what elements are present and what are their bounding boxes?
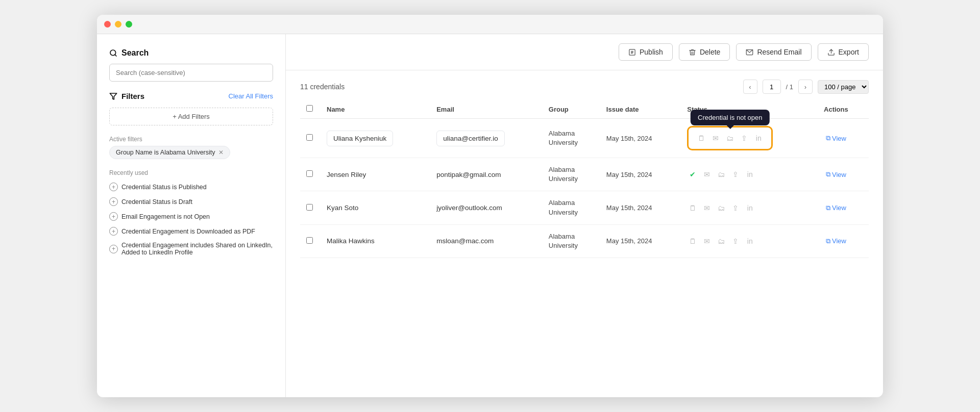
- status-cell: 🗒 ✉ 🗂 ⇪ in: [681, 224, 818, 258]
- table-row: Kyan Soto jyoliver@outlook.com AlabamaUn…: [300, 191, 869, 224]
- publish-button[interactable]: Publish: [619, 43, 673, 61]
- name-cell: Kyan Soto: [321, 191, 430, 224]
- share-icon[interactable]: ⇪: [730, 169, 741, 180]
- page-input[interactable]: [763, 80, 781, 94]
- copy-icon[interactable]: 🗂: [716, 202, 727, 214]
- export-button[interactable]: Export: [818, 43, 869, 61]
- credential-icon[interactable]: 🗒: [687, 236, 698, 247]
- row-checkbox-cell: [300, 119, 321, 158]
- email-cell: pontipak@gmail.com: [430, 158, 543, 191]
- add-filter-icon: +: [109, 227, 118, 236]
- issue-date-cell: May 15th, 2024: [600, 224, 681, 258]
- svg-marker-2: [110, 93, 116, 99]
- copy-icon[interactable]: 🗂: [724, 133, 736, 144]
- view-link[interactable]: ⧉ View: [826, 237, 863, 245]
- status-icons: 🗒 ✉ 🗂 ⇪ in: [687, 202, 812, 214]
- next-page-button[interactable]: ›: [798, 80, 813, 94]
- view-link[interactable]: ⧉ View: [826, 134, 863, 142]
- clear-all-filters-button[interactable]: Clear All Filters: [229, 92, 273, 100]
- search-title: Search: [109, 48, 273, 58]
- credential-icon[interactable]: 🗒: [687, 202, 698, 214]
- row-checkbox[interactable]: [306, 170, 313, 177]
- group-value: AlabamaUniversity: [549, 232, 594, 250]
- email-cell: msloan@mac.com: [430, 224, 543, 258]
- title-bar: [97, 15, 883, 34]
- select-all-checkbox[interactable]: [306, 105, 313, 112]
- status-icons: 🗒 ✉ 🗂 ⇪ in: [696, 133, 764, 144]
- group-value: AlabamaUniversity: [549, 198, 594, 217]
- email-value: uliana@certifier.io: [436, 131, 505, 146]
- close-dot[interactable]: [104, 21, 111, 28]
- recent-filter-item[interactable]: + Credential Engagement is Downloaded as…: [109, 224, 273, 239]
- issue-date-cell: May 15th, 2024: [600, 158, 681, 191]
- email-column-header: Email: [430, 100, 543, 119]
- copy-icon[interactable]: 🗂: [716, 236, 727, 247]
- name-value: Malika Hawkins: [327, 237, 375, 245]
- status-highlight: Credential is not open 🗒 ✉ 🗂 ⇪ in: [687, 126, 773, 150]
- pagination-controls: ‹ / 1 › 100 / page: [743, 80, 869, 94]
- email-value: msloan@mac.com: [436, 237, 494, 245]
- search-input[interactable]: [109, 64, 273, 82]
- row-checkbox[interactable]: [306, 134, 313, 141]
- name-value: Uliana Kysheniuk: [327, 131, 393, 146]
- maximize-dot[interactable]: [126, 21, 132, 28]
- share-icon[interactable]: ⇪: [730, 202, 741, 214]
- recent-filter-item[interactable]: + Credential Status is Published: [109, 179, 273, 194]
- recent-filter-item[interactable]: + Email Engagement is not Open: [109, 209, 273, 224]
- credential-icon[interactable]: ✔: [687, 169, 698, 180]
- name-value: Kyan Soto: [327, 204, 358, 212]
- recent-filter-item[interactable]: + Credential Engagement includes Shared …: [109, 239, 273, 259]
- add-filters-button[interactable]: + Add Filters: [109, 108, 273, 125]
- filters-section: Filters Clear All Filters + Add Filters: [109, 92, 273, 125]
- svg-line-1: [115, 55, 116, 56]
- page-size-select[interactable]: 100 / page: [818, 80, 869, 94]
- recent-filter-item[interactable]: + Credential Status is Draft: [109, 194, 273, 209]
- credential-icon[interactable]: 🗒: [696, 133, 707, 144]
- filters-header: Filters Clear All Filters: [109, 92, 273, 100]
- add-filter-icon: +: [109, 183, 118, 191]
- prev-page-button[interactable]: ‹: [743, 80, 757, 94]
- email-value: jyoliver@outlook.com: [436, 204, 502, 212]
- actions-column-header: Actions: [818, 100, 869, 119]
- share-icon[interactable]: ⇪: [739, 133, 750, 144]
- issue-date-cell: May 15th, 2024: [600, 119, 681, 158]
- email-cell: uliana@certifier.io: [430, 119, 543, 158]
- view-link[interactable]: ⧉ View: [826, 170, 863, 178]
- actions-cell: ⧉ View: [818, 158, 869, 191]
- linkedin-icon[interactable]: in: [744, 169, 755, 180]
- name-cell: Jensen Riley: [321, 158, 430, 191]
- name-value: Jensen Riley: [327, 171, 366, 178]
- row-checkbox[interactable]: [306, 237, 313, 244]
- date-value: May 15th, 2024: [606, 204, 652, 212]
- email-action-icon[interactable]: ✉: [701, 169, 713, 180]
- view-link[interactable]: ⧉ View: [826, 204, 863, 212]
- delete-button[interactable]: Delete: [679, 43, 730, 61]
- status-cell-highlighted: Credential is not open 🗒 ✉ 🗂 ⇪ in: [681, 119, 818, 158]
- status-cell: ✔ ✉ 🗂 ⇪ in: [681, 158, 818, 191]
- share-icon[interactable]: ⇪: [730, 236, 741, 247]
- table-header-row: 11 credentials ‹ / 1 › 100 / page: [300, 70, 869, 100]
- linkedin-icon[interactable]: in: [753, 133, 764, 144]
- search-icon: [109, 49, 117, 57]
- copy-icon[interactable]: 🗂: [716, 169, 727, 180]
- email-icon: [746, 48, 753, 56]
- active-filter-tag[interactable]: Group Name is Alabama University ✕: [109, 146, 230, 159]
- group-value: AlabamaUniversity: [549, 129, 594, 147]
- minimize-dot[interactable]: [115, 21, 121, 28]
- app-window: Search Filters Clear All Filters + Add F…: [97, 15, 883, 397]
- linkedin-icon[interactable]: in: [744, 202, 755, 214]
- email-cell: jyoliver@outlook.com: [430, 191, 543, 224]
- row-checkbox[interactable]: [306, 204, 313, 211]
- table-row: Uliana Kysheniuk uliana@certifier.io Ala…: [300, 119, 869, 158]
- email-action-icon[interactable]: ✉: [701, 202, 713, 214]
- row-checkbox-cell: [300, 224, 321, 258]
- name-column-header: Name: [321, 100, 430, 119]
- email-action-icon[interactable]: ✉: [701, 236, 713, 247]
- resend-email-button[interactable]: Resend Email: [736, 43, 811, 61]
- add-filter-icon: +: [109, 197, 118, 206]
- email-action-icon[interactable]: ✉: [710, 133, 721, 144]
- remove-filter-icon[interactable]: ✕: [218, 149, 224, 156]
- actions-cell: ⧉ View: [818, 224, 869, 258]
- group-cell: AlabamaUniversity: [543, 158, 600, 191]
- linkedin-icon[interactable]: in: [744, 236, 755, 247]
